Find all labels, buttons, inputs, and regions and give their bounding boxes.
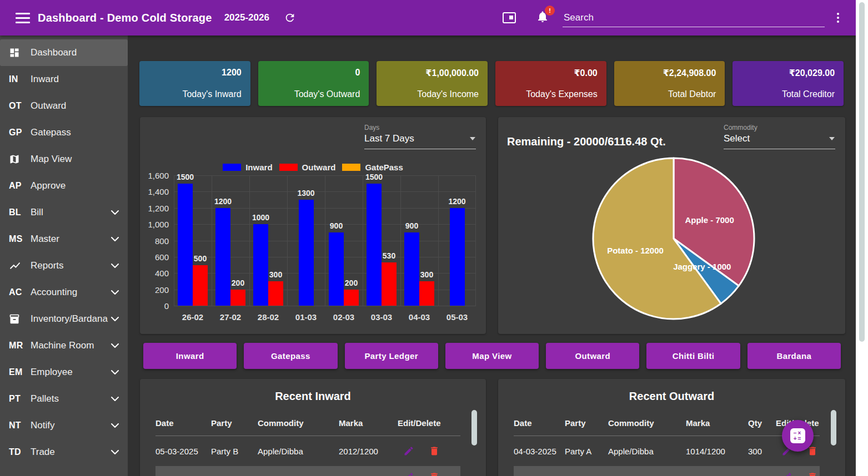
sidebar-item-label: Map View	[31, 154, 72, 165]
kebab-menu-icon[interactable]	[835, 11, 841, 25]
chart-icon	[9, 260, 27, 272]
sidebar-item-outward[interactable]: OTOutward	[0, 93, 128, 119]
recent-inward-table: DatePartyCommodityMarkaEdit/Delete05-03-…	[155, 410, 460, 476]
pie-chart-panel: Remaining - 20000/6116.48 Qt. Commodity …	[498, 117, 845, 334]
stat-label: Today's Expenses	[526, 89, 597, 99]
delete-icon[interactable]	[429, 445, 440, 457]
bar-inward: 1200	[450, 208, 465, 306]
search-input[interactable]	[563, 9, 825, 27]
chevron-down-icon	[111, 397, 119, 401]
sidebar-item-label: Inward	[31, 74, 59, 85]
bar-inward: 1200	[215, 208, 230, 306]
sidebar-item-approve[interactable]: APApprove	[0, 173, 128, 199]
days-filter-label: Days	[364, 124, 476, 131]
sidebar-item-employee[interactable]: EMEmployee	[0, 359, 128, 386]
sidebar-item-machine-room[interactable]: MRMachine Room	[0, 332, 128, 359]
column-header-edit-delete: Edit/Delete	[398, 418, 460, 428]
bar-chart-panel: Days Last 7 Days InwardOutwardGatePass 1…	[140, 117, 486, 334]
sidebar-item-map-view[interactable]: Map View	[0, 146, 128, 173]
sidebar-item-label: Machine Room	[31, 340, 94, 351]
stat-label: Total Creditor	[782, 89, 835, 99]
sidebar-item-inventory-bardana[interactable]: Inventory/Bardana	[0, 306, 128, 332]
chevron-down-icon	[111, 370, 119, 374]
sidebar-item-dashboard[interactable]: Dashboard	[0, 39, 128, 66]
sidebar-item-label: Accounting	[31, 287, 77, 298]
bar-legend: InwardOutwardGatePass	[140, 163, 486, 172]
legend-label: Inward	[245, 163, 272, 172]
dashboard-icon	[9, 47, 27, 58]
table-scrollbar-thumb[interactable]	[471, 410, 477, 445]
chevron-down-icon	[111, 317, 119, 321]
scrollbar-thumb[interactable]	[859, 2, 865, 342]
abbr-pallets-icon: PT	[9, 394, 27, 404]
chevron-down-icon	[111, 423, 119, 428]
y-tick-label: 1,000	[143, 220, 169, 229]
row-actions	[398, 472, 460, 476]
sidebar-item-bill[interactable]: BLBill	[0, 199, 128, 226]
commodity-filter-value: Select	[724, 131, 835, 149]
bar-chart: 1500500120020010003001300900200150053090…	[174, 175, 476, 306]
fiscal-year-selector[interactable]: 2025-2026	[224, 12, 269, 23]
sidebar-item-master[interactable]: MSMaster	[0, 226, 128, 252]
page-title: Dashboard - Demo Cold Storage	[38, 12, 212, 24]
inventory-icon	[9, 313, 27, 325]
sidebar-item-accounting[interactable]: ACAccounting	[0, 279, 128, 306]
map-icon	[9, 154, 27, 165]
delete-icon[interactable]	[807, 472, 818, 476]
legend-label: GatePass	[365, 163, 403, 172]
map-view-button[interactable]: Map View	[445, 343, 539, 369]
column-header-marka: Marka	[686, 418, 748, 428]
column-header-commodity: Commodity	[258, 418, 339, 428]
table-row: 05-03-2025Party BApple/Dibba2012/1200	[155, 436, 460, 466]
bar-inward: 1000	[253, 224, 268, 306]
abbr-employee-icon: EM	[9, 367, 27, 377]
edit-icon[interactable]	[403, 445, 414, 457]
x-tick-label: 03-03	[363, 312, 400, 322]
sidebar-item-gatepass[interactable]: GPGatepass	[0, 119, 128, 146]
gatepass-button[interactable]: Gatepass	[244, 343, 337, 369]
stat-label: Today's Outward	[294, 89, 360, 99]
abbr-bill-icon: BL	[9, 207, 27, 217]
calculator-icon: −×+=	[790, 428, 805, 443]
abbr-accounting-icon: AC	[9, 287, 27, 297]
sidebar-item-pallets[interactable]: PTPallets	[0, 386, 128, 412]
sidebar-item-trade[interactable]: TDTrade	[0, 439, 128, 465]
bar-value-label: 530	[383, 251, 395, 260]
gridline	[174, 306, 476, 306]
stat-card-today-s-inward: 1200Today's Inward	[139, 61, 250, 106]
refresh-icon[interactable]	[284, 12, 296, 24]
bar-group-26-02: 1500500	[174, 175, 212, 306]
table-scrollbar-thumb[interactable]	[831, 410, 836, 445]
panel-icon[interactable]	[503, 12, 516, 23]
column-header-commodity: Commodity	[608, 418, 686, 428]
sidebar-item-notify[interactable]: NTNotify	[0, 412, 128, 439]
column-header-party: Party	[565, 418, 608, 428]
cell: Apple/Dibba	[258, 447, 339, 456]
sidebar-item-inward[interactable]: INInward	[0, 66, 128, 93]
outward-button[interactable]: Outward	[546, 343, 639, 369]
delete-icon[interactable]	[429, 472, 440, 476]
bar-outward: 500	[193, 265, 208, 306]
bar-value-label: 200	[345, 278, 358, 287]
bar-x-axis: 26-0227-0228-0201-0302-0303-0304-0305-03	[174, 312, 476, 322]
party-ledger-button[interactable]: Party Ledger	[345, 343, 438, 369]
chitti-bilti-button[interactable]: Chitti Bilti	[646, 343, 740, 369]
bar-value-label: 1500	[365, 173, 383, 181]
edit-icon[interactable]	[403, 472, 414, 476]
sidebar-item-reports[interactable]: Reports	[0, 252, 128, 279]
abbr-inward-icon: IN	[9, 74, 27, 84]
calculator-fab[interactable]: −×+=	[782, 420, 814, 452]
sidebar: DashboardINInwardOTOutwardGPGatepassMap …	[0, 36, 128, 476]
menu-icon[interactable]	[16, 13, 30, 23]
cell: Party A	[565, 447, 608, 456]
bardana-button[interactable]: Bardana	[747, 343, 841, 369]
commodity-filter[interactable]: Commodity Select	[724, 124, 835, 149]
app-header: Dashboard - Demo Cold Storage 2025-2026 …	[0, 0, 856, 36]
table-row-partial	[514, 466, 820, 476]
days-filter[interactable]: Days Last 7 Days	[364, 124, 476, 149]
bar-inward: 900	[329, 232, 344, 306]
edit-icon[interactable]	[781, 472, 792, 476]
notifications-button[interactable]: !	[536, 10, 549, 26]
inward-button[interactable]: Inward	[143, 343, 237, 369]
page-scrollbar[interactable]	[856, 0, 868, 476]
